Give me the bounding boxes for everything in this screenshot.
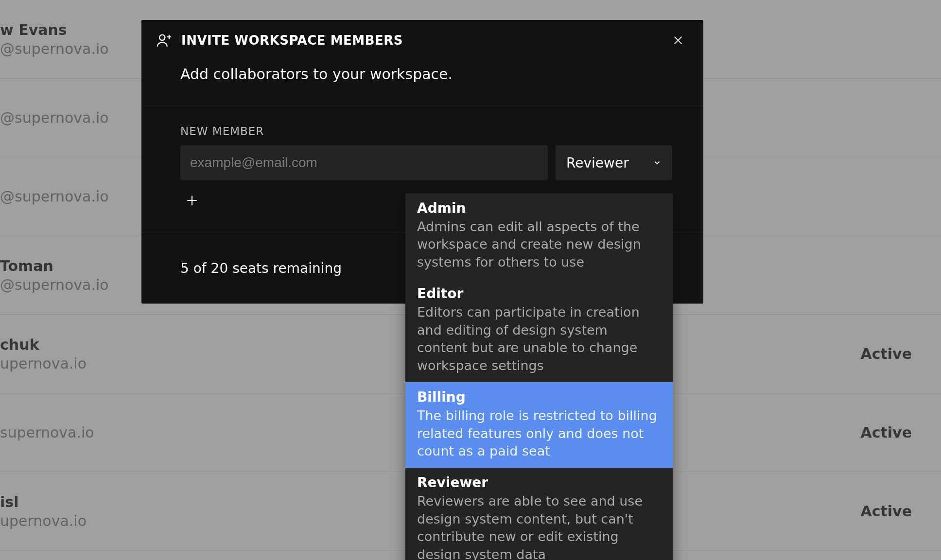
modal-subtitle: Add collaborators to your workspace. bbox=[141, 54, 703, 105]
role-option-admin[interactable]: Admin Admins can edit all aspects of the… bbox=[405, 193, 673, 279]
chevron-down-icon bbox=[653, 158, 662, 167]
new-member-label: NEW MEMBER bbox=[180, 125, 672, 137]
role-option-desc: Admins can edit all aspects of the works… bbox=[417, 218, 661, 271]
email-field[interactable] bbox=[180, 145, 548, 180]
role-option-desc: The billing role is restricted to billin… bbox=[417, 407, 661, 460]
add-member-button[interactable] bbox=[181, 190, 203, 211]
close-icon bbox=[673, 35, 683, 46]
role-option-desc: Editors can participate in creation and … bbox=[417, 304, 661, 374]
plus-icon bbox=[186, 194, 198, 207]
modal-title: INVITE WORKSPACE MEMBERS bbox=[181, 33, 403, 48]
role-dropdown: Admin Admins can edit all aspects of the… bbox=[405, 193, 673, 560]
role-option-editor[interactable]: Editor Editors can participate in creati… bbox=[405, 279, 673, 382]
role-option-billing[interactable]: Billing The billing role is restricted t… bbox=[405, 382, 673, 468]
role-select[interactable]: Reviewer bbox=[556, 145, 672, 180]
role-option-reviewer[interactable]: Reviewer Reviewers are able to see and u… bbox=[405, 468, 673, 560]
role-option-title: Admin bbox=[417, 200, 661, 216]
close-button[interactable] bbox=[667, 30, 689, 51]
person-add-icon bbox=[156, 32, 173, 49]
role-option-title: Reviewer bbox=[417, 475, 661, 491]
modal-header: INVITE WORKSPACE MEMBERS bbox=[141, 20, 703, 54]
role-option-desc: Reviewers are able to see and use design… bbox=[417, 492, 661, 560]
svg-point-0 bbox=[159, 35, 165, 40]
role-option-title: Editor bbox=[417, 286, 661, 302]
role-option-title: Billing bbox=[417, 389, 661, 405]
role-select-value: Reviewer bbox=[566, 155, 629, 171]
